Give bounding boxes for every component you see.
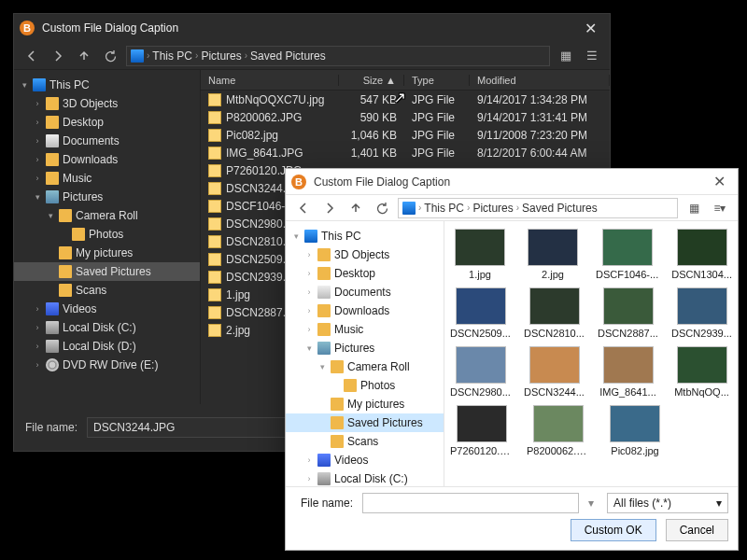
up-button[interactable] <box>345 198 366 218</box>
expand-icon[interactable]: ▾ <box>33 192 42 202</box>
breadcrumb-segment[interactable]: Saved Pictures <box>250 49 326 63</box>
column-header-type[interactable]: Type <box>404 75 470 86</box>
tree-node[interactable]: ›Videos <box>14 300 200 318</box>
expand-icon[interactable]: › <box>304 250 314 259</box>
tree-node[interactable]: ›Documents <box>14 132 200 150</box>
file-row[interactable]: Pic082.jpg1,046 KBJPG File9/11/2008 7:23… <box>201 126 610 144</box>
tree-node[interactable]: Saved Pictures <box>14 262 200 281</box>
tree-node[interactable]: ›Local Disk (D:) <box>14 337 200 356</box>
thumbnail[interactable]: 2.jpg <box>523 229 583 280</box>
thumbnail[interactable]: P7260120.JPG <box>450 405 514 456</box>
tree-node[interactable]: ▾Pictures <box>286 339 444 357</box>
tree-node[interactable]: Scans <box>286 432 444 451</box>
view-options-icon[interactable]: ≡▾ <box>710 198 730 218</box>
filename-input[interactable] <box>362 493 579 513</box>
file-row[interactable]: IMG_8641.JPG1,401 KBJPG File8/12/2017 6:… <box>201 144 610 161</box>
view-folder-icon[interactable]: ▦ <box>684 198 704 218</box>
expand-icon[interactable]: › <box>33 323 42 332</box>
breadcrumb-segment[interactable]: This PC <box>152 49 192 63</box>
tree-node[interactable]: ›Desktop <box>14 113 200 132</box>
tree-node[interactable]: ▾This PC <box>286 227 444 245</box>
expand-icon[interactable]: › <box>304 306 314 315</box>
expand-icon[interactable]: ▾ <box>20 80 29 90</box>
tree-node[interactable]: ›Local Disk (C:) <box>286 469 444 486</box>
tree-node[interactable]: ›Downloads <box>286 301 444 320</box>
breadcrumb-segment[interactable]: Pictures <box>201 49 241 63</box>
file-type-filter[interactable]: All files (*.*) ▾ <box>607 493 728 513</box>
close-icon[interactable]: ✕ <box>706 173 732 190</box>
thumbnail[interactable]: DSCN2887... <box>598 287 658 339</box>
back-button[interactable] <box>21 46 42 66</box>
ok-button[interactable]: Custom OK <box>571 519 656 541</box>
thumbnail[interactable]: MtbNqOQ... <box>671 346 732 398</box>
expand-icon[interactable]: › <box>304 269 314 278</box>
tree-node[interactable]: ›3D Objects <box>14 94 200 113</box>
expand-icon[interactable]: › <box>33 99 42 108</box>
column-header-modified[interactable]: Modified <box>470 75 610 86</box>
expand-icon[interactable]: › <box>33 118 42 127</box>
expand-icon[interactable]: ▾ <box>46 211 55 220</box>
tree-node[interactable]: ›Music <box>14 169 200 188</box>
tree-node[interactable]: ›Music <box>286 320 444 339</box>
refresh-button[interactable] <box>100 46 120 66</box>
tree-node[interactable]: Saved Pictures <box>286 413 444 432</box>
thumbnail[interactable]: Pic082.jpg <box>603 405 667 456</box>
tree-node[interactable]: Photos <box>14 225 200 244</box>
tree-node[interactable]: ›Downloads <box>14 150 200 169</box>
breadcrumb-segment[interactable]: This PC <box>424 202 464 215</box>
thumbnail[interactable]: DSCN2980... <box>450 346 511 398</box>
expand-icon[interactable]: ▾ <box>317 362 327 371</box>
breadcrumb-segment[interactable]: Saved Pictures <box>522 202 598 215</box>
expand-icon[interactable]: › <box>304 474 314 483</box>
light-thumbnail-grid[interactable]: 1.jpg2.jpgDSCF1046-...DSCN1304...DSCN250… <box>444 221 738 486</box>
tree-node[interactable]: ›3D Objects <box>286 245 444 264</box>
expand-icon[interactable]: › <box>304 455 314 465</box>
up-button[interactable] <box>74 46 94 66</box>
breadcrumb-segment[interactable]: Pictures <box>472 202 513 215</box>
expand-icon[interactable]: ▾ <box>304 343 314 353</box>
cancel-button[interactable]: Cancel <box>666 519 728 541</box>
expand-icon[interactable]: › <box>33 342 42 351</box>
tree-node[interactable]: My pictures <box>14 244 200 262</box>
thumbnail[interactable]: P8200062.JPG <box>527 405 590 456</box>
tree-node[interactable]: Photos <box>286 376 444 395</box>
thumbnail[interactable]: DSCN1304... <box>671 229 732 280</box>
expand-icon[interactable]: › <box>304 287 314 297</box>
close-icon[interactable]: ✕ <box>576 20 604 37</box>
back-button[interactable] <box>293 198 314 218</box>
expand-icon[interactable]: › <box>33 155 42 164</box>
column-header-name[interactable]: Name <box>201 75 339 86</box>
tree-node[interactable]: ▾This PC <box>14 76 200 94</box>
expand-icon[interactable]: › <box>33 174 42 183</box>
refresh-button[interactable] <box>372 198 392 218</box>
view-folder-icon[interactable]: ▦ <box>556 46 576 66</box>
thumbnail[interactable]: 1.jpg <box>450 229 510 280</box>
view-list-icon[interactable]: ☰ <box>582 46 602 66</box>
tree-node[interactable]: ›Videos <box>286 451 444 469</box>
thumbnail[interactable]: DSCF1046-... <box>596 229 658 280</box>
expand-icon[interactable]: › <box>33 136 42 146</box>
file-row[interactable]: P8200062.JPG590 KBJPG File9/14/2017 1:31… <box>201 108 610 126</box>
tree-node[interactable]: ›DVD RW Drive (E:) <box>14 356 200 374</box>
tree-node[interactable]: ›Local Disk (C:) <box>14 318 200 337</box>
forward-button[interactable] <box>319 198 340 218</box>
forward-button[interactable] <box>48 46 68 66</box>
light-breadcrumb[interactable]: › This PC › Pictures › Saved Pictures <box>398 198 678 218</box>
thumbnail[interactable]: DSCN2810... <box>524 287 585 339</box>
tree-node[interactable]: My pictures <box>286 395 444 413</box>
tree-node[interactable]: ▾Pictures <box>14 188 200 206</box>
tree-node[interactable]: ▾Camera Roll <box>286 357 444 376</box>
light-folder-tree[interactable]: ▾This PC›3D Objects›Desktop›Documents›Do… <box>286 221 444 486</box>
expand-icon[interactable]: › <box>33 360 42 370</box>
expand-icon[interactable]: › <box>304 325 314 334</box>
filename-dropdown-icon[interactable]: ▾ <box>588 497 598 510</box>
thumbnail[interactable]: IMG_8641... <box>598 346 658 398</box>
tree-node[interactable]: ›Desktop <box>286 264 444 283</box>
dark-breadcrumb[interactable]: › This PC › Pictures › Saved Pictures <box>126 46 550 66</box>
thumbnail[interactable]: DSCN2509... <box>450 287 511 339</box>
column-header-size[interactable]: Size ▲ <box>339 75 404 86</box>
file-row[interactable]: MtbNqOQXC7U.jpg547 KBJPG File9/14/2017 1… <box>201 91 610 108</box>
thumbnail[interactable]: DSCN3244... <box>524 346 585 398</box>
dark-folder-tree[interactable]: ▾This PC›3D Objects›Desktop›Documents›Do… <box>14 70 201 404</box>
expand-icon[interactable]: ▾ <box>291 231 301 241</box>
